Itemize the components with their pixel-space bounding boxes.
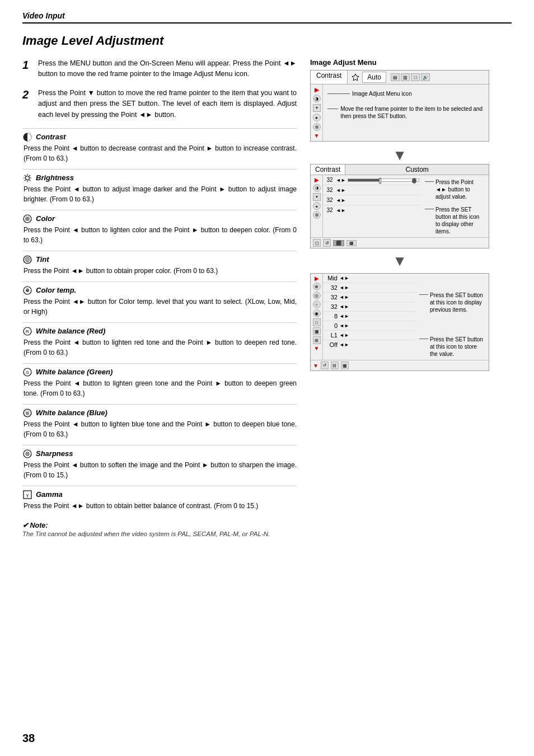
menu3-icon6: ▦: [313, 327, 321, 335]
tint-icon: [22, 255, 32, 265]
section-color-body: Press the Point ◄ button to lighten colo…: [24, 225, 297, 245]
menu3-8-arrows: ◄►: [339, 313, 349, 319]
menu2-bottom-icon3: ⬛: [333, 240, 344, 246]
menu3-l1-val: L1: [325, 332, 338, 339]
menu3-icon4: ◉: [313, 309, 321, 317]
menu3-32a-val: 32: [325, 284, 338, 291]
menu3-0-arrows: ◄►: [339, 323, 349, 328]
section-sharpness-title: Sharpness: [36, 449, 73, 458]
menu1-icon-btn-2[interactable]: ▥: [401, 73, 410, 81]
menu2-ann2-line: [425, 209, 434, 209]
menu2-icon4: ◍: [313, 211, 321, 219]
menu3-bottom-icon1: ↺: [321, 361, 329, 369]
menu3-row-32b: 32 ◄►: [323, 293, 416, 302]
menu2-annotation1: Press the Point ◄► button to adjust valu…: [435, 179, 485, 200]
menu1-sidebar: ▶ ◑ ✦ ● ◍ ▼: [311, 84, 323, 141]
svg-point-11: [25, 217, 30, 221]
section-contrast-body: Press the Point ◄ button to decrease con…: [24, 143, 297, 163]
section-sharpness-header: Sharpness: [22, 445, 297, 459]
section-sharpness-body: Press the Point ◄ button to soften the i…: [24, 460, 297, 480]
svg-point-24: [27, 453, 28, 454]
menu1-icon-btn-1[interactable]: ▤: [391, 73, 400, 81]
menu3-row-32c: 32 ◄►: [323, 302, 416, 312]
menu3-icon7: ⊞: [313, 336, 321, 344]
menu2-annotations: Press the Point ◄► button to adjust valu…: [421, 175, 489, 237]
menu2-row-arrows: ◄►: [336, 177, 346, 183]
color-icon: [22, 214, 32, 224]
menu3-row-0: 0 ◄►: [323, 321, 416, 331]
menu2-annotation2-group: Press the SET button at this icon to dis…: [425, 206, 485, 235]
note-section: ✔ Note: The Tint cannot be adjusted when…: [22, 521, 297, 537]
menu2-icon2: ✦: [313, 193, 321, 201]
section-colortemp-body: Press the Point ◄► button for Color temp…: [24, 297, 297, 317]
menu1-annotation1-line: [327, 93, 350, 94]
step-2-text: Press the Point ▼ button to move the red…: [38, 88, 297, 120]
menu2-row-2: 32 ◄►: [323, 185, 421, 195]
menu1-icon-btn-4[interactable]: 🔊: [421, 73, 430, 81]
section-tint: Tint Press the Point ◄► button to obtain…: [22, 251, 297, 276]
svg-line-9: [25, 180, 26, 181]
page: Video Input Image Level Adjustment 1 Pre…: [0, 0, 534, 756]
menu2-row2-val: 32: [325, 187, 334, 193]
menu1-tab1: Contrast: [311, 71, 348, 84]
menu3-rows: Mid ◄► 32 ◄► 32 ◄► 32 ◄►: [323, 274, 416, 360]
menu1-annotation1-group: Image Adjust Menu icon: [327, 90, 484, 97]
menu2-bottom-icon1: ◻: [313, 239, 321, 247]
section-wb-red: R White balance (Red) Press the Point ◄ …: [22, 322, 297, 358]
section-gamma-title: Gamma: [36, 490, 63, 499]
menu1-icon-btn-3[interactable]: □: [411, 73, 420, 81]
section-wb-green-body: Press the Point ◄ button to lighten gree…: [24, 378, 297, 398]
menu3-0-val: 0: [325, 322, 338, 329]
menu3-32c-arrows: ◄►: [339, 304, 349, 309]
svg-line-6: [25, 175, 26, 176]
menu3-mid-val: Mid: [325, 275, 338, 281]
section-tint-title: Tint: [36, 255, 49, 264]
menu-box-1: Contrast Auto ▤ ▥ □ 🔊: [310, 70, 489, 142]
svg-text:G: G: [26, 370, 29, 374]
menu1-sidebar-icon4: ◍: [313, 123, 321, 131]
menu3-mid-arrows: ◄►: [339, 275, 349, 281]
header-bar: Video Input: [22, 11, 512, 24]
menu3-bottom-icon3: ▦: [341, 361, 349, 369]
svg-text:R: R: [26, 329, 29, 334]
menu-box-3: ▶ ⊕ ◎ ○ ◉ □ ▦ ⊞ ▼ Mid ◄►: [310, 273, 489, 371]
menu1-annotation2-line: [327, 109, 338, 109]
menu2-row-4: 32 ◄►: [323, 205, 421, 215]
wb-blue-icon: B: [22, 408, 32, 418]
right-panel-title: Image Adjust Menu: [310, 58, 489, 67]
two-col-layout: 1 Press the MENU button and the On-Scree…: [22, 58, 512, 537]
menu3-icon2: ◎: [313, 292, 321, 299]
menu3-32b-arrows: ◄►: [339, 294, 349, 300]
menu2-bottom-icon2: ↺: [323, 239, 331, 247]
menu3-row-mid: Mid ◄►: [323, 274, 416, 283]
menu3-row-8: 8 ◄►: [323, 312, 416, 321]
section-tint-header: Tint: [22, 251, 297, 265]
gamma-icon: γ: [22, 490, 32, 500]
section-brightness-title: Brightness: [36, 173, 74, 182]
menu3-row-off: Off ◄►: [323, 340, 416, 349]
section-wb-blue-body: Press the Point ◄ button to lighten blue…: [24, 419, 297, 439]
section-colortemp: Color temp. Press the Point ◄► button fo…: [22, 281, 297, 317]
menu3-ann1-line: [419, 294, 428, 295]
svg-point-15: [27, 288, 29, 289]
arrow-down-2: ▼: [310, 252, 489, 270]
menu3-annotation2: Press the SET button at this icon to sto…: [430, 336, 485, 358]
menu2-body: ▶ ◑ ✦ ● ◍ 32 ◄►: [311, 175, 489, 237]
menu3-32c-val: 32: [325, 303, 338, 310]
menu3-icon3: ○: [313, 300, 321, 308]
menu2-row-slider: 32 ◄►: [323, 175, 421, 185]
menu1-content: Image Adjust Menu icon Move the red fram…: [323, 84, 489, 141]
step-2: 2 Press the Point ▼ button to move the r…: [22, 88, 297, 120]
section-color-title: Color: [36, 214, 55, 223]
menu2-tab2: Custom: [345, 165, 489, 175]
menu2-bottom-icon4: ▦: [346, 240, 357, 246]
menu3-l1-arrows: ◄►: [339, 332, 349, 338]
svg-text:γ: γ: [26, 492, 29, 497]
section-wb-green-header: G White balance (Green): [22, 363, 297, 377]
contrast-icon: [22, 132, 32, 142]
step-1-text: Press the MENU button and the On-Screen …: [38, 58, 297, 80]
menu3-32b-val: 32: [325, 294, 338, 300]
menu1-sidebar-icon1: ◑: [313, 95, 321, 102]
wb-red-icon: R: [22, 326, 32, 336]
section-sharpness: Sharpness Press the Point ◄ button to so…: [22, 445, 297, 480]
